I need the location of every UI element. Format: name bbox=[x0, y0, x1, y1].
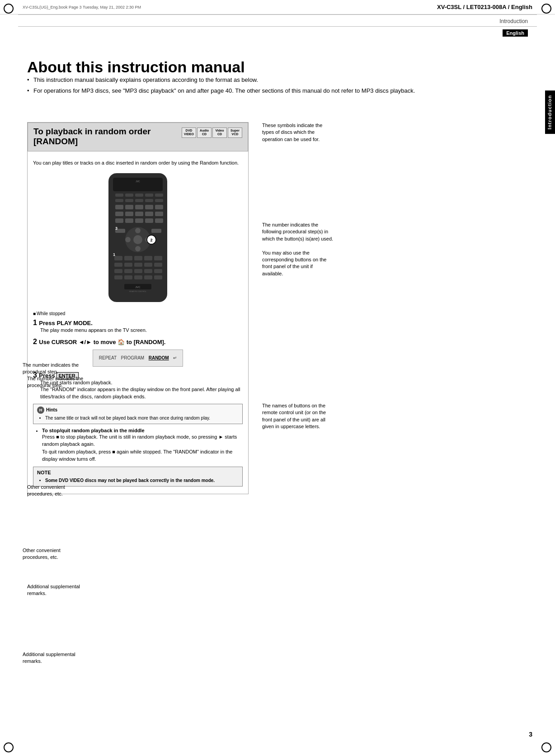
svg-rect-52 bbox=[124, 275, 132, 279]
intro-tab: Introduction bbox=[545, 90, 555, 134]
header-divider bbox=[18, 14, 537, 15]
screen-display: REPEAT PROGRAM RANDOM ↵ bbox=[93, 350, 183, 367]
svg-rect-35 bbox=[151, 229, 161, 233]
step-numbers-caption: The number indicates the following proce… bbox=[262, 222, 334, 277]
diagram-area: To playback in random order [RANDOM] DVD… bbox=[27, 122, 510, 494]
left-annotation-additional: Additional supplemental remarks. bbox=[27, 583, 86, 597]
hints-title: H Hints bbox=[37, 406, 239, 414]
procedural-step-caption: The number indicates the procedural step… bbox=[23, 362, 81, 376]
header-filepath: XV-C3SL(UG)_Eng.book Page 3 Tuesday, May… bbox=[23, 5, 141, 9]
svg-rect-14 bbox=[125, 205, 133, 209]
svg-rect-16 bbox=[145, 205, 153, 209]
svg-text:1: 1 bbox=[113, 252, 115, 257]
annotations-column: These symbols indicate the types of disc… bbox=[258, 122, 510, 494]
svg-rect-36 bbox=[114, 256, 122, 260]
page-title: About this instruction manual bbox=[27, 59, 510, 76]
svg-rect-13 bbox=[115, 205, 123, 209]
svg-rect-51 bbox=[114, 275, 122, 279]
svg-rect-55 bbox=[154, 275, 162, 279]
svg-rect-40 bbox=[154, 256, 162, 260]
svg-rect-49 bbox=[144, 269, 152, 273]
svg-rect-37 bbox=[124, 256, 132, 260]
disc-icons-caption: These symbols indicate the types of disc… bbox=[262, 122, 334, 143]
step-1-block: 1 Press PLAY MODE. The play mode menu ap… bbox=[33, 319, 243, 334]
other-convenient: Other convenient procedures, etc. bbox=[23, 547, 81, 561]
header-title: XV-C3SL / LET0213-008A / English bbox=[437, 4, 532, 10]
svg-rect-9 bbox=[125, 199, 133, 202]
svg-rect-12 bbox=[155, 199, 163, 202]
svg-rect-38 bbox=[134, 256, 142, 260]
svg-rect-54 bbox=[144, 275, 152, 279]
section-label: Introduction bbox=[499, 18, 528, 24]
stop-quit-title: To stop/quit random playback in the midd… bbox=[42, 428, 145, 433]
svg-rect-10 bbox=[135, 199, 143, 202]
section-divider bbox=[18, 26, 537, 27]
svg-rect-50 bbox=[154, 269, 162, 273]
corner-mark-bl bbox=[4, 742, 14, 752]
svg-rect-21 bbox=[145, 212, 153, 216]
svg-text:REMOTE CONTROL: REMOTE CONTROL bbox=[129, 290, 147, 293]
playback-box: To playback in random order [RANDOM] DVD… bbox=[28, 123, 248, 151]
stopped-label: ■While stopped bbox=[33, 311, 243, 316]
instruction-box: To playback in random order [RANDOM] DVD… bbox=[27, 122, 249, 494]
svg-rect-45 bbox=[154, 263, 162, 267]
svg-rect-18 bbox=[115, 212, 123, 216]
step-2-title: 2 Use CURSOR ◄/► to move 🏠 to [RANDOM]. bbox=[33, 338, 243, 346]
svg-point-31 bbox=[125, 237, 131, 242]
svg-rect-20 bbox=[135, 212, 143, 216]
english-badge: English bbox=[503, 29, 528, 37]
screen-repeat: REPEAT bbox=[99, 355, 117, 360]
playback-title-line2: [RANDOM] bbox=[33, 137, 151, 146]
svg-rect-41 bbox=[114, 263, 122, 267]
bullet-1: This instruction manual basically explai… bbox=[27, 76, 510, 84]
hints-text: The same title or track will not be play… bbox=[45, 415, 239, 421]
screen-random: RANDOM bbox=[149, 355, 169, 360]
step-1-title: 1 Press PLAY MODE. bbox=[33, 319, 243, 327]
svg-rect-11 bbox=[145, 199, 153, 202]
stop-quit-body: Press ■ to stop playback. The unit is st… bbox=[42, 434, 237, 462]
step-1-body: The play mode menu appears on the TV scr… bbox=[33, 327, 243, 334]
svg-rect-23 bbox=[115, 218, 123, 223]
svg-rect-42 bbox=[124, 263, 132, 267]
corner-mark-br bbox=[541, 742, 551, 752]
disc-icon-audio: AudioCD bbox=[197, 128, 212, 138]
screen-program: PROGRAM bbox=[121, 355, 145, 360]
svg-point-30 bbox=[135, 246, 141, 251]
svg-rect-53 bbox=[134, 275, 142, 279]
svg-rect-3 bbox=[115, 194, 123, 197]
stop-quit-block: To stop/quit random playback in the midd… bbox=[33, 428, 243, 463]
svg-rect-17 bbox=[155, 205, 163, 209]
svg-rect-5 bbox=[135, 194, 143, 197]
svg-rect-47 bbox=[124, 269, 132, 273]
svg-rect-46 bbox=[114, 269, 122, 273]
svg-rect-4 bbox=[125, 194, 133, 197]
svg-rect-24 bbox=[125, 218, 133, 223]
svg-text:2: 2 bbox=[150, 238, 152, 242]
cursor-symbol: ↵ bbox=[173, 355, 177, 360]
svg-point-33 bbox=[133, 235, 142, 244]
page-number: 3 bbox=[529, 731, 532, 738]
bullet-list: This instruction manual basically explai… bbox=[27, 76, 510, 98]
step-2-block: 2 Use CURSOR ◄/► to move 🏠 to [RANDOM]. bbox=[33, 338, 243, 346]
bullet-2: For operations for MP3 discs, see "MP3 d… bbox=[27, 87, 510, 95]
disc-icon-video: VideoCD bbox=[212, 128, 227, 138]
playback-title-line1: To playback in random order bbox=[33, 127, 151, 137]
top-header: XV-C3SL(UG)_Eng.book Page 3 Tuesday, May… bbox=[0, 0, 555, 14]
additional-remarks: Additional supplemental remarks. bbox=[23, 651, 81, 665]
svg-text:JVC: JVC bbox=[136, 180, 140, 183]
svg-rect-27 bbox=[155, 218, 163, 223]
svg-text:3: 3 bbox=[115, 226, 118, 231]
disc-icon-dvd: DVDVIDEO bbox=[182, 128, 196, 138]
note-text: Some DVD VIDEO discs may not be played b… bbox=[45, 478, 215, 483]
svg-rect-26 bbox=[145, 218, 153, 223]
svg-rect-22 bbox=[155, 212, 163, 216]
svg-rect-43 bbox=[134, 263, 142, 267]
remote-control-svg: JVC bbox=[102, 171, 174, 307]
page: XV-C3SL(UG)_Eng.book Page 3 Tuesday, May… bbox=[0, 0, 555, 756]
names-caption: The names of buttons on the remote contr… bbox=[262, 402, 334, 430]
svg-rect-48 bbox=[134, 269, 142, 273]
left-annotation-procedural: The number indicates the procedural step… bbox=[27, 375, 86, 389]
svg-rect-15 bbox=[135, 205, 143, 209]
svg-rect-7 bbox=[155, 194, 163, 197]
note-title: NOTE bbox=[37, 469, 239, 476]
